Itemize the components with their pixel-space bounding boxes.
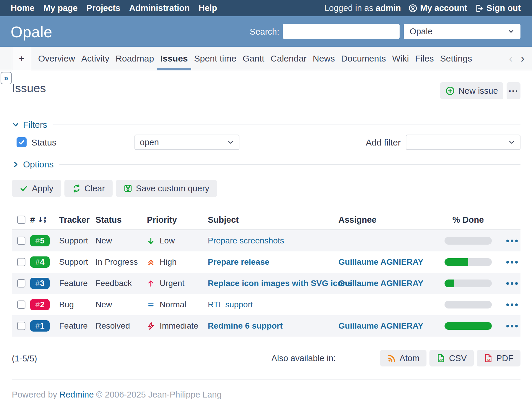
tabs-scroll-left-icon[interactable]: ‹ [509, 47, 513, 70]
top-menu: HomeMy pageProjectsAdministrationHelp [11, 3, 217, 13]
tab-files[interactable]: Files [415, 47, 434, 70]
issue-subject-link[interactable]: RTL support [208, 294, 253, 315]
options-section-label[interactable]: Options [23, 159, 53, 169]
column-header-subject[interactable]: Subject [208, 210, 239, 230]
divider [59, 164, 520, 165]
apply-button[interactable]: Apply [12, 180, 61, 197]
row-actions-button[interactable] [506, 273, 518, 294]
add-tab-button[interactable]: + [12, 47, 31, 70]
redmine-link[interactable]: Redmine [59, 390, 94, 399]
issue-priority: Normal [157, 294, 186, 315]
export-pdf-button[interactable]: PDFPDF [477, 350, 520, 366]
svg-text:CSV: CSV [438, 358, 444, 361]
status-filter-row: Status open Add filter [12, 135, 520, 150]
issue-assignee-link[interactable]: Guillaume AGNIERAY [338, 273, 423, 294]
tab-documents[interactable]: Documents [341, 47, 386, 70]
sign-out-link[interactable]: Sign out [475, 3, 521, 13]
tab-news[interactable]: News [313, 47, 335, 70]
row-checkbox[interactable] [17, 301, 25, 309]
priority-immediate-icon [147, 315, 155, 337]
issue-priority: High [157, 251, 177, 273]
column-header-id[interactable]: # ↓ 90 [30, 210, 46, 230]
search-input[interactable] [283, 24, 400, 39]
issue-id-badge[interactable]: #5 [30, 235, 50, 246]
tab-activity[interactable]: Activity [81, 47, 109, 70]
issue-assignee-link[interactable]: Guillaume AGNIERAY [338, 315, 423, 337]
my-account-link[interactable]: My account [408, 3, 467, 13]
issue-tracker: Feature [59, 273, 88, 294]
issue-tracker: Bug [59, 294, 74, 315]
chevron-right-icon[interactable] [12, 161, 20, 168]
select-all-checkbox[interactable] [17, 216, 25, 224]
footer-text: Powered by Redmine © 2006-2025 Jean-Phil… [12, 390, 222, 400]
tab-spent-time[interactable]: Spent time [194, 47, 236, 70]
clear-button[interactable]: Clear [64, 180, 113, 197]
tab-issues[interactable]: Issues [160, 47, 188, 70]
row-checkbox[interactable] [17, 237, 25, 245]
top-menu-item-my-page[interactable]: My page [43, 3, 78, 13]
new-issue-button[interactable]: New issue [440, 82, 503, 99]
ellipsis-icon [506, 261, 518, 264]
ellipsis-icon [506, 303, 518, 306]
row-checkbox[interactable] [17, 322, 25, 330]
issue-id-badge[interactable]: #4 [30, 256, 50, 268]
logged-in-text: Logged in as admin [324, 3, 401, 13]
tab-overview[interactable]: Overview [38, 47, 75, 70]
row-checkbox[interactable] [17, 258, 25, 266]
column-header-tracker[interactable]: Tracker [59, 210, 90, 230]
issue-id-badge[interactable]: #3 [30, 278, 50, 289]
save-icon [124, 184, 132, 193]
issue-id-badge[interactable]: #2 [30, 299, 50, 310]
row-actions-button[interactable] [506, 315, 518, 337]
top-menu-bar: HomeMy pageProjectsAdministrationHelp Lo… [0, 0, 532, 16]
footer-divider [12, 379, 520, 380]
csv-file-icon: CSV [437, 354, 445, 363]
tab-roadmap[interactable]: Roadmap [116, 47, 154, 70]
add-filter-select[interactable] [406, 135, 520, 150]
project-header: Opale Search: Opale [0, 16, 532, 47]
column-header-done[interactable]: % Done [445, 210, 492, 230]
tab-calendar[interactable]: Calendar [270, 47, 306, 70]
top-menu-item-projects[interactable]: Projects [87, 3, 120, 13]
save-custom-query-button[interactable]: Save custom query [116, 180, 217, 197]
column-header-status[interactable]: Status [95, 210, 122, 230]
row-actions-button[interactable] [506, 230, 518, 251]
issue-priority: Urgent [157, 273, 184, 294]
issue-subject-link[interactable]: Prepare release [208, 251, 270, 273]
issue-subject-link[interactable]: Redmine 6 support [208, 315, 283, 337]
tab-wiki[interactable]: Wiki [392, 47, 409, 70]
tab-gantt[interactable]: Gantt [243, 47, 264, 70]
column-header-assignee[interactable]: Assignee [338, 210, 377, 230]
tab-settings[interactable]: Settings [440, 47, 472, 70]
refresh-icon [72, 184, 81, 193]
issue-id-badge[interactable]: #1 [30, 320, 50, 332]
status-filter-checkbox[interactable] [17, 137, 27, 147]
top-menu-item-home[interactable]: Home [11, 3, 35, 13]
export-atom-button[interactable]: Atom [380, 350, 427, 366]
issue-tracker: Feature [59, 315, 88, 337]
column-header-priority[interactable]: Priority [147, 210, 177, 230]
sidebar-expand-button[interactable]: » [1, 72, 12, 84]
chevron-down-icon[interactable] [12, 121, 20, 129]
top-menu-item-administration[interactable]: Administration [129, 3, 190, 13]
export-csv-button[interactable]: CSVCSV [429, 350, 474, 366]
row-checkbox[interactable] [17, 279, 25, 287]
done-progress-bar [445, 315, 492, 337]
top-menu-item-help[interactable]: Help [199, 3, 217, 13]
filters-section-label[interactable]: Filters [23, 120, 47, 130]
issue-priority: Low [157, 230, 175, 251]
issue-subject-link[interactable]: Prepare screenshots [208, 230, 284, 251]
more-actions-button[interactable]: ⋯ [507, 82, 520, 99]
status-operator-select[interactable]: open [134, 135, 239, 150]
issue-assignee-link[interactable]: Guillaume AGNIERAY [338, 251, 423, 273]
row-actions-button[interactable] [506, 251, 518, 273]
issue-subject-link[interactable]: Replace icon images with SVG icons [208, 273, 352, 294]
done-progress-bar [445, 230, 492, 251]
select-all-checkbox-cell [17, 210, 25, 230]
row-actions-button[interactable] [506, 294, 518, 315]
row-checkbox-cell [17, 273, 25, 294]
logged-in-prefix: Logged in as [324, 3, 373, 13]
project-jump-select[interactable]: Opale [404, 24, 520, 39]
tabs-scroll-right-icon[interactable]: › [521, 47, 525, 70]
done-progress-bar [445, 273, 492, 294]
